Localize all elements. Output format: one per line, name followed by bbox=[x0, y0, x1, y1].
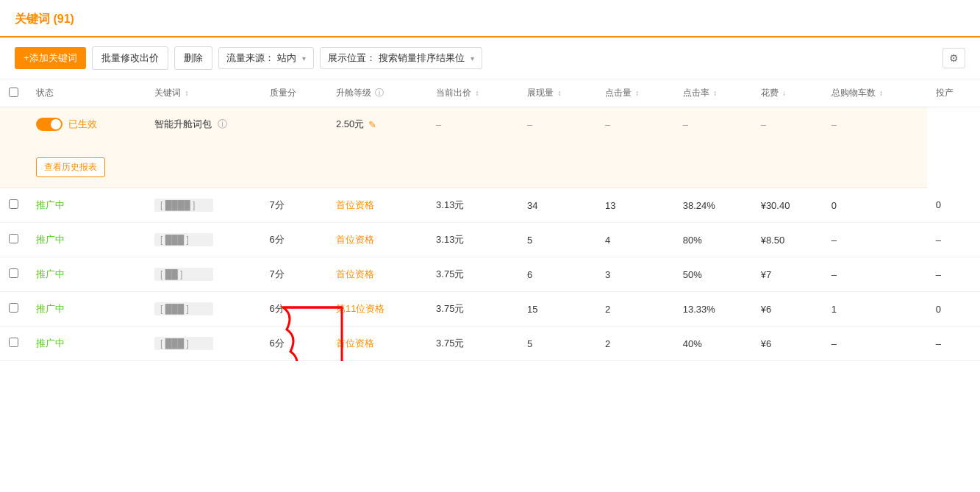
row-checkbox[interactable] bbox=[9, 338, 18, 347]
smart-row-bid-cell: 2.50元 ✎ bbox=[327, 107, 427, 142]
row-checkbox[interactable] bbox=[9, 199, 18, 209]
row-cart: – bbox=[823, 257, 927, 292]
col-quality: 质量分 bbox=[261, 79, 327, 107]
col-upgrade-level: 升舱等级 ⓘ bbox=[327, 79, 427, 107]
table-header-row: 状态 关键词 ↕ 质量分 升舱等级 ⓘ 当前出价 ↕ 展现量 bbox=[0, 79, 980, 107]
row-roi: – bbox=[927, 327, 980, 361]
page-title: 关键词 (91) bbox=[15, 12, 74, 36]
row-checkbox[interactable] bbox=[9, 234, 18, 243]
col-keyword[interactable]: 关键词 ↕ bbox=[146, 79, 261, 107]
smart-row-name-cell: 智能升舱词包 ⓘ bbox=[146, 107, 327, 142]
row-quality: 6分 bbox=[261, 223, 327, 257]
smart-row-checkbox-cell bbox=[0, 107, 27, 142]
table-row: 推广中 [ ████ ] 7分 首位资格 3.13元 34 13 38.24% … bbox=[0, 188, 980, 223]
traffic-source-arrow-icon: ▾ bbox=[302, 54, 306, 63]
col-cart[interactable]: 总购物车数 ↕ bbox=[823, 79, 927, 107]
row-keyword: [ ████ ] bbox=[146, 188, 261, 223]
row-impressions: 34 bbox=[518, 188, 596, 223]
row-impressions: 5 bbox=[518, 327, 596, 361]
table-row: 推广中 [ ███ ] 6分 首位资格 3.75元 5 2 40% ¥6 – – bbox=[0, 327, 980, 361]
display-position-arrow-icon: ▾ bbox=[471, 54, 474, 63]
ctr-sort-icon: ↕ bbox=[713, 89, 717, 97]
row-ctr: 40% bbox=[674, 327, 752, 361]
row-impressions: 15 bbox=[518, 292, 596, 327]
row-upgrade: 首位资格 bbox=[327, 327, 427, 361]
row-status: 推广中 bbox=[27, 292, 146, 327]
select-all-checkbox-cell[interactable] bbox=[0, 79, 27, 107]
impressions-sort-icon: ↕ bbox=[557, 89, 561, 97]
keywords-table: 状态 关键词 ↕ 质量分 升舱等级 ⓘ 当前出价 ↕ 展现量 bbox=[0, 79, 980, 361]
display-position-label: 展示位置： bbox=[328, 51, 376, 65]
row-roi: 0 bbox=[927, 188, 980, 223]
row-bid: 3.13元 bbox=[427, 223, 518, 257]
row-keyword: [ ███ ] bbox=[146, 292, 261, 327]
traffic-source-label: 流量来源： bbox=[226, 51, 274, 65]
table-row: 推广中 [ ██ ] 7分 首位资格 3.75元 6 3 50% ¥7 – – bbox=[0, 257, 980, 292]
smart-package-name: 智能升舱词包 bbox=[154, 118, 212, 129]
smart-spend: – bbox=[674, 107, 752, 142]
bid-sort-icon: ↕ bbox=[475, 89, 479, 97]
smart-bid-value: 2.50元 bbox=[336, 118, 364, 131]
row-spend: ¥8.50 bbox=[752, 223, 823, 257]
select-all-checkbox[interactable] bbox=[9, 88, 18, 97]
clicks-sort-icon: ↕ bbox=[635, 89, 639, 97]
traffic-source-value: 站内 bbox=[277, 51, 296, 65]
col-roi: 投产 bbox=[927, 79, 980, 107]
smart-impressions: – bbox=[427, 107, 518, 142]
row-keyword: [ ███ ] bbox=[146, 327, 261, 361]
traffic-source-select[interactable]: 流量来源： 站内 ▾ bbox=[218, 47, 314, 69]
display-position-select[interactable]: 展示位置： 搜索销量排序结果位 ▾ bbox=[320, 47, 482, 69]
smart-clicks: – bbox=[518, 107, 596, 142]
cart-sort-icon: ↕ bbox=[879, 89, 883, 97]
col-clicks[interactable]: 点击量 ↕ bbox=[596, 79, 674, 107]
row-clicks: 4 bbox=[596, 223, 674, 257]
row-ctr: 38.24% bbox=[674, 188, 752, 223]
row-roi: 0 bbox=[927, 292, 980, 327]
row-keyword: [ ███ ] bbox=[146, 223, 261, 257]
smart-bid-edit-icon[interactable]: ✎ bbox=[368, 119, 376, 130]
gear-icon: ⚙ bbox=[949, 52, 959, 64]
row-impressions: 5 bbox=[518, 223, 596, 257]
table-row: 推广中 [ ███ ] 6分 第11位资格 3.75元 15 2 13.33% … bbox=[0, 292, 980, 327]
row-cart: – bbox=[823, 327, 927, 361]
row-cart: – bbox=[823, 223, 927, 257]
batch-price-button[interactable]: 批量修改出价 bbox=[92, 46, 168, 70]
delete-button[interactable]: 删除 bbox=[174, 46, 212, 70]
row-spend: ¥7 bbox=[752, 257, 823, 292]
row-bid: 3.75元 bbox=[427, 292, 518, 327]
row-upgrade: 首位资格 bbox=[327, 223, 427, 257]
col-impressions[interactable]: 展现量 ↕ bbox=[518, 79, 596, 107]
row-spend: ¥6 bbox=[752, 327, 823, 361]
row-impressions: 6 bbox=[518, 257, 596, 292]
col-current-bid[interactable]: 当前出价 ↕ bbox=[427, 79, 518, 107]
row-clicks: 13 bbox=[596, 188, 674, 223]
row-status: 推广中 bbox=[27, 223, 146, 257]
smart-row-toggle-cell[interactable]: 已生效 bbox=[27, 107, 146, 142]
toolbar: +添加关键词 批量修改出价 删除 流量来源： 站内 ▾ 展示位置： 搜索销量排序… bbox=[0, 38, 980, 79]
row-clicks: 3 bbox=[596, 257, 674, 292]
history-report-button[interactable]: 查看历史报表 bbox=[36, 157, 105, 177]
smart-roi: – bbox=[823, 107, 927, 142]
row-ctr: 50% bbox=[674, 257, 752, 292]
col-ctr[interactable]: 点击率 ↕ bbox=[674, 79, 752, 107]
spend-sort-icon: ↓ bbox=[782, 89, 786, 97]
table-row: 推广中 [ ███ ] 6分 首位资格 3.13元 5 4 80% ¥8.50 … bbox=[0, 223, 980, 257]
add-keyword-button[interactable]: +添加关键词 bbox=[15, 47, 86, 69]
row-status: 推广中 bbox=[27, 327, 146, 361]
col-spend[interactable]: 花费 ↓ bbox=[752, 79, 823, 107]
row-quality: 6分 bbox=[261, 292, 327, 327]
row-quality: 6分 bbox=[261, 327, 327, 361]
col-status: 状态 bbox=[27, 79, 146, 107]
row-ctr: 80% bbox=[674, 223, 752, 257]
row-checkbox[interactable] bbox=[9, 268, 18, 278]
row-checkbox[interactable] bbox=[9, 303, 18, 313]
row-roi: – bbox=[927, 257, 980, 292]
row-spend: ¥30.40 bbox=[752, 188, 823, 223]
row-upgrade: 首位资格 bbox=[327, 188, 427, 223]
settings-button[interactable]: ⚙ bbox=[943, 48, 965, 68]
smart-toggle[interactable] bbox=[36, 118, 62, 131]
row-quality: 7分 bbox=[261, 257, 327, 292]
upgrade-info-icon: ⓘ bbox=[375, 88, 384, 98]
smart-cart: – bbox=[752, 107, 823, 142]
smart-ctr: – bbox=[596, 107, 674, 142]
